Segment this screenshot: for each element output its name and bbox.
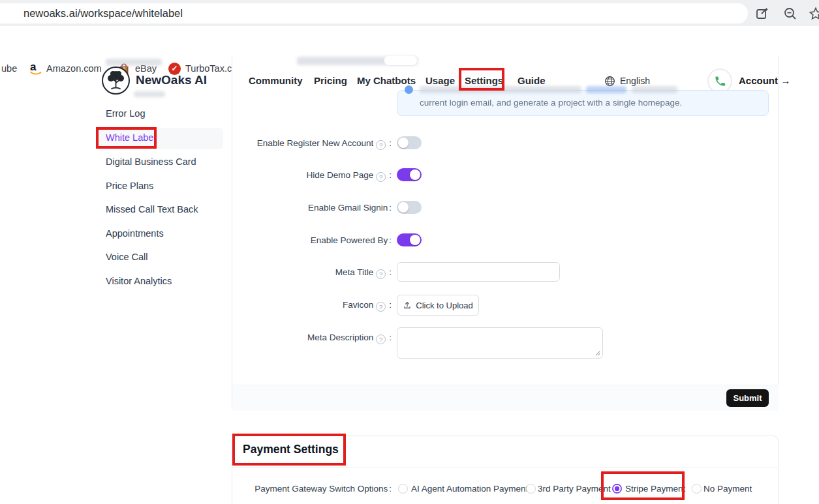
redacted-text: [134, 91, 165, 97]
bookmarks-bar: ube a Amazon.com eBay ✓ TurboTax.com: [0, 26, 819, 57]
phone-icon: [714, 75, 726, 87]
label-hide-demo-page: Hide Demo Page?:: [232, 170, 392, 182]
newoaks-logo-icon[interactable]: [101, 66, 131, 95]
cutoff-toggle: [384, 55, 418, 66]
amazon-icon: a: [30, 62, 42, 75]
radio-label-stripe-payment[interactable]: Stripe Payment: [625, 484, 685, 494]
sidebar-item-digital-business-card[interactable]: Digital Business Card: [106, 156, 196, 167]
url-bar[interactable]: newoaks.ai/workspace/whitelabel: [0, 3, 748, 23]
share-edit-icon[interactable]: [754, 6, 770, 22]
account-link[interactable]: Account →: [739, 75, 790, 86]
sidebar-item-appointments[interactable]: Appointments: [106, 228, 164, 239]
radio-label-3rd-party-payment[interactable]: 3rd Party Payment: [538, 484, 611, 494]
label-enable-gmail-signin: Enable Gmail Signin:: [232, 203, 392, 213]
meta-title-input[interactable]: [397, 262, 560, 282]
nav-my-chatbots[interactable]: My Chatbots: [357, 75, 416, 86]
upload-icon: [403, 301, 412, 310]
favicon-upload-button[interactable]: Click to Upload: [397, 295, 479, 316]
nav-usage[interactable]: Usage: [425, 75, 455, 86]
toggle-enable-gmail-signin[interactable]: [397, 201, 422, 214]
brand-name[interactable]: NewOaks AI: [136, 73, 207, 87]
url-text: newoaks.ai/workspace/whitelabel: [23, 7, 183, 20]
label-meta-description: Meta Description?:: [232, 333, 392, 344]
language-selector[interactable]: English: [620, 76, 650, 86]
sidebar-item-white-label[interactable]: White Label: [106, 132, 156, 143]
redacted-link: [586, 86, 626, 93]
payment-settings-title: Payment Settings: [243, 443, 339, 456]
form-footer: [232, 385, 779, 411]
help-icon[interactable]: ?: [376, 140, 386, 150]
radio-ai-agent-automation-payment[interactable]: [398, 484, 408, 494]
sidebar-item-error-log[interactable]: Error Log: [106, 108, 145, 119]
redacted-text: [420, 86, 581, 93]
radio-3rd-party-payment[interactable]: [526, 484, 536, 494]
nav-pricing[interactable]: Pricing: [314, 75, 347, 86]
help-icon[interactable]: ?: [376, 172, 386, 182]
nav-settings[interactable]: Settings: [465, 75, 503, 86]
globe-icon: [604, 76, 615, 87]
zoom-out-icon[interactable]: [782, 6, 798, 22]
help-icon[interactable]: ?: [376, 334, 386, 344]
toggle-enable-register[interactable]: [397, 136, 422, 149]
help-icon[interactable]: ?: [376, 269, 386, 279]
bookmark-youtube-partial[interactable]: ube: [1, 60, 17, 77]
label-enable-register: Enable Register New Account?:: [232, 138, 392, 150]
nav-guide[interactable]: Guide: [518, 75, 546, 86]
sidebar-item-visitor-analytics[interactable]: Visitor Analytics: [106, 276, 172, 286]
nav-community[interactable]: Community: [249, 75, 303, 86]
label-payment-gateway-switch: Payment Gateway Switch Options:: [232, 484, 392, 494]
resize-handle-icon[interactable]: [595, 350, 600, 356]
label-meta-title: Meta Title?:: [232, 267, 392, 279]
sidebar-item-missed-call-text-back[interactable]: Missed Call Text Back: [106, 204, 198, 215]
sidebar-item-voice-call[interactable]: Voice Call: [106, 252, 147, 262]
label-enable-powered-by: Enable Powered By:: [232, 235, 392, 245]
help-icon[interactable]: ?: [376, 302, 386, 312]
bookmark-amazon[interactable]: a Amazon.com: [30, 60, 102, 77]
info-icon: [405, 85, 413, 94]
radio-no-payment[interactable]: [692, 484, 702, 494]
divider: [232, 467, 779, 468]
radio-stripe-payment[interactable]: [612, 484, 622, 494]
submit-button[interactable]: Submit: [726, 389, 769, 407]
radio-label-no-payment[interactable]: No Payment: [703, 484, 752, 494]
label-favicon: Favicon?:: [232, 300, 392, 312]
sidebar-item-price-plans[interactable]: Price Plans: [106, 181, 153, 191]
info-banner-text: current login email, and generate a proj…: [420, 98, 682, 108]
screen: newoaks.ai/workspace/whitelabel ube a Am…: [0, 0, 819, 504]
browser-chrome: newoaks.ai/workspace/whitelabel: [0, 0, 819, 26]
meta-description-textarea[interactable]: [397, 327, 603, 359]
redacted-text: [632, 86, 677, 93]
redacted-text: [106, 59, 162, 66]
toggle-hide-demo-page[interactable]: [397, 168, 422, 181]
radio-label-ai-agent-automation-payment[interactable]: AI Agent Automation Payment: [411, 484, 528, 494]
bookmark-star-icon[interactable]: [808, 6, 819, 22]
toggle-enable-powered-by[interactable]: [397, 233, 422, 246]
